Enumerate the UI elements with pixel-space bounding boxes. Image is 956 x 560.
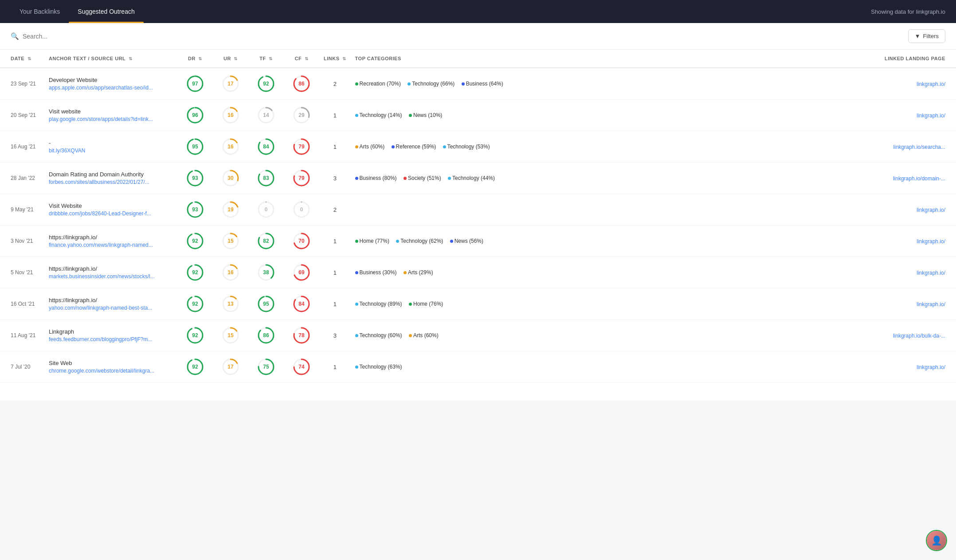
cell-date: 16 Oct '21 (0, 288, 44, 320)
cell-tf: 86 (248, 320, 284, 351)
cell-dr: 93 (177, 194, 213, 226)
anchor-text: https://linkgraph.io/ (49, 234, 173, 241)
cell-date: 9 May '21 (0, 194, 44, 226)
category-item: Technology (63%) (355, 364, 402, 370)
cell-tf: 38 (248, 257, 284, 288)
cell-cf: 86 (284, 68, 319, 100)
cell-ur: 16 (213, 131, 248, 163)
cell-cf: 69 (284, 257, 319, 288)
landing-page-link[interactable]: linkgraph.io/ (917, 238, 945, 245)
cell-landing: linkgraph.io/ (763, 194, 956, 226)
cell-ur: 15 (213, 320, 248, 351)
category-item: Society (51%) (404, 175, 441, 181)
cell-ur: 17 (213, 351, 248, 383)
cell-tf: 83 (248, 163, 284, 194)
landing-page-link[interactable]: linkgraph.io/ (917, 207, 945, 213)
category-item: News (56%) (450, 238, 483, 244)
cell-links: 1 (319, 100, 351, 131)
cell-links: 1 (319, 351, 351, 383)
cell-categories: Home (77%) Technology (62%) News (56%) (351, 226, 764, 257)
search-box: 🔍 (11, 32, 321, 40)
col-cf[interactable]: CF ⇅ (284, 50, 319, 68)
source-url-link[interactable]: apps.apple.com/us/app/searchatlas-seo/id… (49, 85, 153, 91)
cell-ur: 30 (213, 163, 248, 194)
source-url-link[interactable]: finance.yahoo.com/news/linkgraph-named..… (49, 242, 153, 248)
anchor-text: https://linkgraph.io/ (49, 265, 173, 272)
anchor-text: Developer Website (49, 77, 173, 83)
landing-page-link[interactable]: linkgraph.io/ (917, 81, 945, 87)
category-item: Technology (89%) (355, 301, 402, 307)
cell-dr: 95 (177, 131, 213, 163)
cell-date: 5 Nov '21 (0, 257, 44, 288)
search-input[interactable] (23, 33, 321, 40)
col-landing: LINKED LANDING PAGE (763, 50, 956, 68)
source-url-link[interactable]: chrome.google.com/webstore/detail/linkgr… (49, 368, 154, 374)
cell-date: 28 Jan '22 (0, 163, 44, 194)
cell-dr: 96 (177, 100, 213, 131)
cell-categories: Technology (14%) News (10%) (351, 100, 764, 131)
landing-page-link[interactable]: linkgraph.io/ (917, 364, 945, 370)
col-date[interactable]: DATE ⇅ (0, 50, 44, 68)
sort-date-icon: ⇅ (27, 56, 31, 61)
source-url-link[interactable]: forbes.com/sites/allbusiness/2022/01/27/… (49, 179, 149, 185)
source-url-link[interactable]: bit.ly/36XQVAN (49, 148, 85, 154)
cell-cf: 84 (284, 288, 319, 320)
table-row: 11 Aug '21 Linkgraph feeds.feedburner.co… (0, 320, 956, 351)
table-row: 9 May '21 Visit Website dribbble.com/job… (0, 194, 956, 226)
category-item: Technology (62%) (396, 238, 443, 244)
cell-anchor: Visit Website dribbble.com/jobs/82640-Le… (44, 194, 177, 226)
cell-dr: 92 (177, 226, 213, 257)
cell-tf: 92 (248, 68, 284, 100)
col-tf[interactable]: TF ⇅ (248, 50, 284, 68)
landing-page-link[interactable]: linkgraph.io/bulk-da-... (893, 333, 945, 339)
landing-page-link[interactable]: linkgraph.io/domain-... (893, 175, 945, 182)
anchor-text: Domain Rating and Domain Authority (49, 171, 173, 178)
table-row: 20 Sep '21 Visit website play.google.com… (0, 100, 956, 131)
filter-button[interactable]: ▼ Filters (908, 29, 945, 43)
landing-page-link[interactable]: linkgraph.io/searcha... (893, 144, 945, 150)
cell-dr: 92 (177, 288, 213, 320)
cell-landing: linkgraph.io/ (763, 351, 956, 383)
cell-categories (351, 194, 764, 226)
col-links[interactable]: LINKS ⇅ (319, 50, 351, 68)
sort-dr-icon: ⇅ (198, 56, 202, 61)
category-item: Technology (66%) (407, 81, 454, 87)
col-anchor[interactable]: ANCHOR TEXT / SOURCE URL ⇅ (44, 50, 177, 68)
source-url-link[interactable]: feeds.feedburner.com/bloggingpro/PfjF?m.… (49, 336, 152, 342)
tab-your-backlinks[interactable]: Your Backlinks (11, 0, 69, 23)
col-dr[interactable]: DR ⇅ (177, 50, 213, 68)
sort-tf-icon: ⇅ (269, 56, 273, 61)
source-url-link[interactable]: dribbble.com/jobs/82640-Lead-Designer-f.… (49, 210, 151, 217)
cell-ur: 17 (213, 68, 248, 100)
cell-anchor: Visit website play.google.com/store/apps… (44, 100, 177, 131)
landing-page-link[interactable]: linkgraph.io/ (917, 301, 945, 307)
category-item: Arts (29%) (404, 269, 433, 276)
category-item: Business (30%) (355, 269, 397, 276)
table-row: 3 Nov '21 https://linkgraph.io/ finance.… (0, 226, 956, 257)
table-body: 23 Sep '21 Developer Website apps.apple.… (0, 68, 956, 383)
cell-landing: linkgraph.io/ (763, 288, 956, 320)
cell-cf: 78 (284, 320, 319, 351)
source-url-link[interactable]: markets.businessinsider.com/news/stocks/… (49, 273, 155, 280)
source-url-link[interactable]: yahoo.com/now/linkgraph-named-best-sta..… (49, 305, 152, 311)
landing-page-link[interactable]: linkgraph.io/ (917, 113, 945, 119)
domain-info: Showing data for linkgraph.io (871, 8, 945, 15)
tab-suggested-outreach[interactable]: Suggested Outreach (69, 0, 143, 23)
sort-ur-icon: ⇅ (234, 56, 238, 61)
cell-cf: 74 (284, 351, 319, 383)
cell-date: 16 Aug '21 (0, 131, 44, 163)
nav-tab-list: Your Backlinks Suggested Outreach (11, 0, 144, 23)
source-url-link[interactable]: play.google.com/store/apps/details?id=li… (49, 116, 153, 122)
cell-tf: 82 (248, 226, 284, 257)
landing-page-link[interactable]: linkgraph.io/ (917, 270, 945, 276)
col-ur[interactable]: UR ⇅ (213, 50, 248, 68)
table-row: 16 Oct '21 https://linkgraph.io/ yahoo.c… (0, 288, 956, 320)
category-item: Technology (44%) (448, 175, 495, 181)
cell-categories: Arts (60%) Reference (59%) Technology (5… (351, 131, 764, 163)
category-item: Recreation (70%) (355, 81, 401, 87)
cell-tf: 84 (248, 131, 284, 163)
table-header: DATE ⇅ ANCHOR TEXT / SOURCE URL ⇅ DR ⇅ U… (0, 50, 956, 68)
table-row: 16 Aug '21 - bit.ly/36XQVAN 95 16 (0, 131, 956, 163)
cell-anchor: - bit.ly/36XQVAN (44, 131, 177, 163)
cell-landing: linkgraph.io/ (763, 68, 956, 100)
